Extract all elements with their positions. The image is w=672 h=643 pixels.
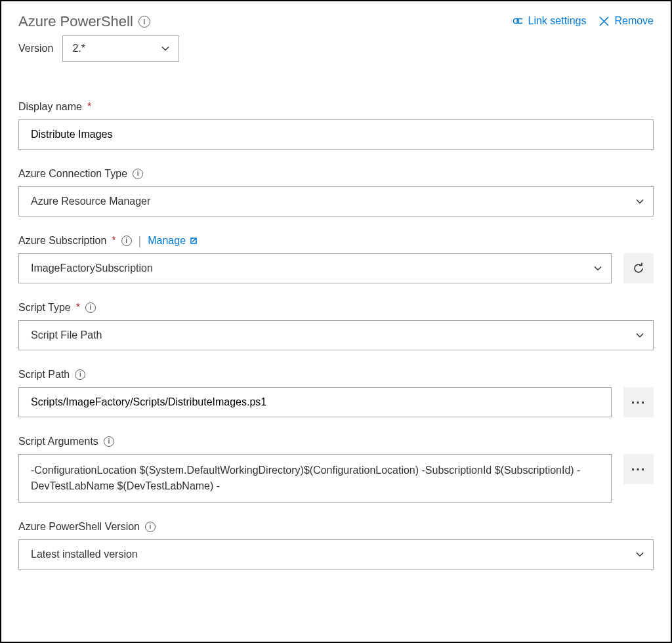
link-icon bbox=[511, 16, 522, 26]
info-icon[interactable]: i bbox=[145, 522, 156, 532]
connection-type-value: Azure Resource Manager bbox=[31, 196, 150, 207]
remove-button[interactable]: Remove bbox=[599, 15, 654, 27]
script-args-label: Script Arguments bbox=[18, 436, 98, 447]
script-type-label-row: Script Type * i bbox=[18, 302, 654, 314]
manage-label: Manage bbox=[148, 235, 186, 247]
close-icon bbox=[599, 16, 609, 26]
connection-type-field: Azure Connection Type i Azure Resource M… bbox=[18, 168, 654, 217]
link-settings-button[interactable]: Link settings bbox=[511, 15, 586, 27]
display-name-field: Display name * bbox=[18, 101, 654, 150]
info-icon[interactable]: i bbox=[133, 169, 143, 179]
script-args-input[interactable]: -ConfigurationLocation $(System.DefaultW… bbox=[18, 454, 612, 503]
chevron-down-icon bbox=[161, 45, 169, 52]
chevron-down-icon bbox=[594, 264, 602, 272]
subscription-field: Azure Subscription * i | Manage ImageFac… bbox=[18, 235, 654, 283]
ps-version-label-row: Azure PowerShell Version i bbox=[18, 521, 654, 533]
connection-type-label-row: Azure Connection Type i bbox=[18, 168, 654, 180]
script-type-label: Script Type bbox=[18, 302, 71, 314]
connection-type-select[interactable]: Azure Resource Manager bbox=[18, 186, 654, 217]
ps-version-field: Azure PowerShell Version i Latest instal… bbox=[18, 521, 654, 570]
refresh-button[interactable] bbox=[623, 253, 654, 283]
ps-version-label: Azure PowerShell Version bbox=[18, 521, 140, 533]
script-type-value: Script File Path bbox=[31, 329, 102, 341]
version-value: 2.* bbox=[72, 43, 85, 54]
external-link-icon bbox=[190, 237, 198, 245]
script-path-label-row: Script Path i bbox=[18, 369, 654, 381]
info-icon[interactable]: i bbox=[85, 302, 96, 313]
page-title: Azure PowerShell bbox=[18, 13, 133, 30]
remove-label: Remove bbox=[614, 15, 654, 27]
header-actions: Link settings Remove bbox=[511, 15, 654, 27]
script-path-field: Script Path i ··· bbox=[18, 369, 654, 417]
display-name-input[interactable] bbox=[18, 119, 654, 150]
subscription-input-row: ImageFactorySubscription bbox=[18, 253, 654, 283]
manage-link[interactable]: Manage bbox=[148, 235, 198, 247]
browse-button[interactable]: ··· bbox=[623, 454, 654, 484]
ellipsis-icon: ··· bbox=[631, 399, 646, 405]
display-name-label: Display name bbox=[18, 101, 82, 113]
version-label: Version bbox=[18, 43, 53, 54]
subscription-label-row: Azure Subscription * i | Manage bbox=[18, 235, 654, 247]
panel-header: Azure PowerShell i Link settings bbox=[18, 13, 654, 30]
required-star-icon: * bbox=[112, 235, 116, 247]
task-settings-panel: Azure PowerShell i Link settings bbox=[0, 0, 672, 643]
required-star-icon: * bbox=[87, 101, 91, 113]
ps-version-value: Latest installed version bbox=[31, 549, 138, 560]
required-star-icon: * bbox=[76, 302, 80, 314]
subscription-select[interactable]: ImageFactorySubscription bbox=[18, 253, 612, 283]
display-name-label-row: Display name * bbox=[18, 101, 654, 113]
chevron-down-icon bbox=[636, 331, 644, 339]
version-row: Version 2.* bbox=[18, 35, 654, 62]
info-icon[interactable]: i bbox=[138, 16, 150, 28]
refresh-icon bbox=[632, 262, 645, 275]
script-args-label-row: Script Arguments i bbox=[18, 436, 654, 447]
info-icon[interactable]: i bbox=[104, 436, 114, 447]
link-settings-label: Link settings bbox=[528, 15, 586, 27]
script-args-field: Script Arguments i -ConfigurationLocatio… bbox=[18, 436, 654, 503]
chevron-down-icon bbox=[636, 550, 644, 558]
header-left: Azure PowerShell i bbox=[18, 13, 150, 30]
subscription-value: ImageFactorySubscription bbox=[31, 262, 153, 274]
script-type-select[interactable]: Script File Path bbox=[18, 320, 654, 350]
script-path-label: Script Path bbox=[18, 369, 70, 381]
info-icon[interactable]: i bbox=[121, 236, 132, 246]
script-args-input-row: -ConfigurationLocation $(System.DefaultW… bbox=[18, 454, 654, 503]
version-select[interactable]: 2.* bbox=[62, 35, 179, 62]
ellipsis-icon: ··· bbox=[631, 466, 646, 472]
script-type-field: Script Type * i Script File Path bbox=[18, 302, 654, 350]
script-path-input[interactable] bbox=[18, 387, 612, 417]
browse-button[interactable]: ··· bbox=[623, 387, 654, 417]
subscription-label: Azure Subscription bbox=[18, 235, 106, 247]
connection-type-label: Azure Connection Type bbox=[18, 168, 127, 180]
ps-version-select[interactable]: Latest installed version bbox=[18, 539, 654, 570]
info-icon[interactable]: i bbox=[75, 369, 85, 380]
separator: | bbox=[138, 235, 142, 247]
chevron-down-icon bbox=[636, 197, 644, 205]
script-path-input-row: ··· bbox=[18, 387, 654, 417]
